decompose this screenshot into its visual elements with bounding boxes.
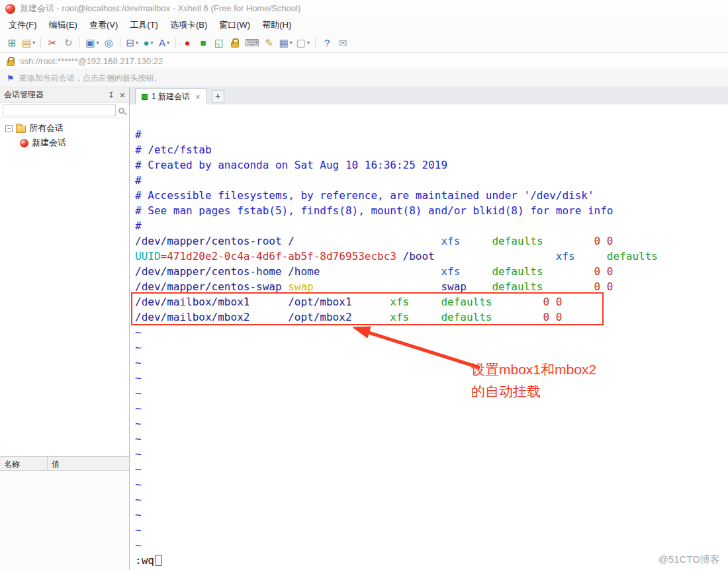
search-icon[interactable] bbox=[118, 108, 124, 114]
terminal-line: # See man pages fstab(5), findfs(8), mou… bbox=[135, 203, 728, 218]
terminal-line: UUID=471d20e2-0c4a-4d6f-ab5f-8d76953ecbc… bbox=[135, 249, 728, 264]
keyboard-icon[interactable]: ⌨ bbox=[243, 35, 261, 51]
menu-item[interactable]: 查看(V) bbox=[83, 18, 124, 32]
menu-item[interactable]: 窗口(W) bbox=[213, 18, 256, 32]
tree-item-all-sessions[interactable]: − 所有会话 bbox=[0, 121, 129, 136]
terminal-tilde-line: ~ bbox=[135, 401, 728, 416]
toolbar-separator bbox=[175, 37, 176, 48]
font-color-icon: A bbox=[159, 38, 165, 48]
globe-icon[interactable]: ●▾ bbox=[140, 35, 156, 51]
terminal-tilde-line: ~ bbox=[135, 416, 728, 431]
fullscreen-icon[interactable]: ◱ bbox=[211, 35, 227, 51]
annotation-text: 设置mbox1和mbox2 的自动挂载 bbox=[471, 358, 596, 402]
flag-icon: ⚑ bbox=[7, 73, 15, 83]
toolbar-separator bbox=[79, 37, 80, 48]
hint-bar: ⚑ 要添加当前会话，点击左侧的箭头按钮。 bbox=[0, 70, 728, 87]
keyboard-icon: ⌨ bbox=[245, 38, 259, 48]
menu-item[interactable]: 工具(T) bbox=[124, 18, 164, 32]
toolbar: ⊞▤▾✂↻▣▾◎⊟▾●▾A▾●■◱⌨✎▦▾▢▾?✉ bbox=[0, 33, 728, 53]
hint-text: 要添加当前会话，点击左侧的箭头按钮。 bbox=[19, 73, 162, 84]
terminal-line: # /etc/fstab bbox=[135, 142, 728, 157]
chevron-down-icon[interactable]: ▾ bbox=[32, 40, 35, 46]
terminal-tilde-line: ~ bbox=[135, 431, 728, 446]
session-manager-header: 会话管理器 ↧ × bbox=[0, 87, 129, 103]
terminal-line: # Accessible filesystems, by reference, … bbox=[135, 188, 728, 203]
chevron-down-icon[interactable]: ▾ bbox=[136, 40, 138, 46]
open-session-icon[interactable]: ▤▾ bbox=[20, 35, 37, 51]
terminal-tilde-line: ~ bbox=[135, 477, 728, 492]
properties-value-header: 值 bbox=[48, 457, 129, 470]
tree-expander-icon[interactable]: − bbox=[5, 125, 13, 132]
terminal-tilde-line: ~ bbox=[135, 462, 728, 477]
xshell-logo-icon bbox=[5, 4, 15, 14]
menu-bar: 文件(F)编辑(E)查看(V)工具(T)选项卡(B)窗口(W)帮助(H) bbox=[0, 17, 728, 33]
new-tab-button[interactable]: + bbox=[212, 90, 224, 102]
help-icon[interactable]: ? bbox=[319, 35, 335, 51]
terminal-line: # bbox=[135, 127, 728, 142]
font-color-icon[interactable]: A▾ bbox=[156, 35, 172, 51]
terminal-tilde-line: ~ bbox=[135, 492, 728, 507]
tree-item-label: 新建会话 bbox=[32, 137, 66, 149]
highlight-box bbox=[131, 292, 604, 325]
tile-layout-icon[interactable]: ⊟▾ bbox=[124, 35, 140, 51]
disconnect-icon[interactable]: ✂ bbox=[44, 35, 60, 51]
terminal-line: /dev/mapper/centos-home /home xfs defaul… bbox=[135, 264, 728, 279]
new-session-icon[interactable]: ⊞ bbox=[4, 35, 20, 51]
menu-item[interactable]: 帮助(H) bbox=[256, 18, 297, 32]
chevron-down-icon[interactable]: ▾ bbox=[290, 40, 293, 46]
blank-icon[interactable]: ▢▾ bbox=[295, 35, 312, 51]
tab-close-icon[interactable]: × bbox=[195, 93, 201, 101]
toolbar-lock-icon[interactable] bbox=[227, 35, 243, 51]
new-terminal-icon[interactable]: ▣▾ bbox=[83, 35, 101, 51]
terminal-tilde-line: ~ bbox=[135, 446, 728, 462]
address-lock-icon bbox=[7, 60, 15, 66]
disconnect-icon: ✂ bbox=[48, 38, 57, 48]
terminal-cursor bbox=[156, 555, 161, 566]
chevron-down-icon[interactable]: ▾ bbox=[307, 40, 310, 46]
message-icon[interactable]: ✉ bbox=[335, 35, 351, 51]
fullscreen-icon: ◱ bbox=[214, 38, 224, 48]
watermark: @51CTO博客 bbox=[659, 553, 720, 566]
tab-label: 1 新建会话 bbox=[152, 91, 190, 102]
tab-bar: 1 新建会话 × + bbox=[130, 87, 728, 104]
new-session-icon: ⊞ bbox=[8, 38, 17, 48]
terminal[interactable]: ## /etc/fstab# Created by anaconda on Sa… bbox=[130, 104, 728, 570]
menu-item[interactable]: 文件(F) bbox=[3, 18, 43, 32]
properties-header: 名称 值 bbox=[0, 456, 129, 471]
xftp-icon[interactable]: ■ bbox=[195, 35, 211, 51]
properties-body bbox=[0, 471, 129, 570]
tab-session[interactable]: 1 新建会话 × bbox=[135, 88, 207, 104]
sidebar-close-icon[interactable]: × bbox=[120, 91, 125, 100]
terminal-tilde-line: ~ bbox=[135, 538, 728, 553]
terminal-tilde-line: ~ bbox=[135, 325, 728, 340]
xshell-ball-icon[interactable]: ● bbox=[179, 35, 195, 51]
package-icon[interactable]: ▦▾ bbox=[277, 35, 295, 51]
terminal-tilde-line: ~ bbox=[135, 370, 728, 386]
chevron-down-icon[interactable]: ▾ bbox=[96, 40, 99, 46]
tree-item-session[interactable]: 新建会话 bbox=[0, 136, 129, 150]
address-bar: ssh://root:******@192.168.217.130:22 bbox=[0, 53, 728, 70]
session-search-input[interactable] bbox=[3, 104, 116, 116]
annotation-line: 设置mbox1和mbox2 bbox=[471, 358, 596, 380]
highlighter-icon[interactable]: ✎ bbox=[261, 35, 277, 51]
find-icon[interactable]: ◎ bbox=[101, 35, 116, 51]
session-search bbox=[0, 103, 129, 118]
menu-item[interactable]: 选项卡(B) bbox=[164, 18, 213, 32]
pin-icon[interactable]: ↧ bbox=[108, 91, 114, 100]
tree-item-label: 所有会话 bbox=[29, 122, 64, 134]
terminal-line: /dev/mapper/centos-root / xfs defaults 0… bbox=[135, 233, 728, 249]
blank-icon: ▢ bbox=[296, 38, 306, 48]
message-icon: ✉ bbox=[339, 38, 347, 48]
chevron-down-icon[interactable]: ▾ bbox=[151, 40, 154, 46]
window-title: 新建会话 - root@localhost:/dev/mailbox - Xsh… bbox=[20, 3, 300, 15]
folder-icon bbox=[16, 126, 26, 133]
xshell-window: 新建会话 - root@localhost:/dev/mailbox - Xsh… bbox=[0, 0, 728, 570]
terminal-text: ## /etc/fstab# Created by anaconda on Sa… bbox=[130, 104, 728, 568]
globe-icon: ● bbox=[143, 38, 149, 48]
terminal-command-line: :wq bbox=[135, 553, 728, 568]
terminal-tilde-line: ~ bbox=[135, 386, 728, 401]
reconnect-icon[interactable]: ↻ bbox=[60, 35, 76, 51]
menu-item[interactable]: 编辑(E) bbox=[43, 18, 83, 32]
toolbar-separator bbox=[315, 37, 316, 48]
chevron-down-icon[interactable]: ▾ bbox=[167, 40, 169, 46]
